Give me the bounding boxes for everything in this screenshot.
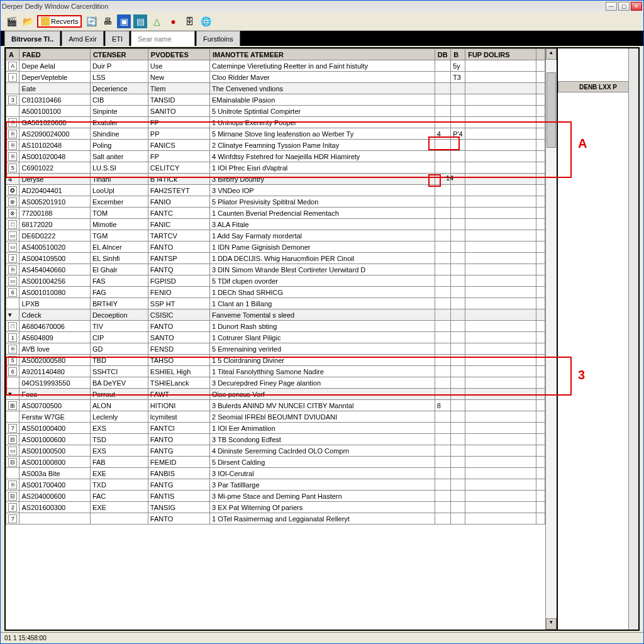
table-row[interactable]: ⎘AS454040660El GhalrFANTQ3 DIN Simom Wra… — [6, 264, 545, 275]
table-row[interactable]: 2AS004109500EL SinhfiFANTSP1 DDA DECIJIS… — [6, 253, 545, 264]
table-row[interactable]: 04OS19993550BA DeYEVTSHIELanck3 Decurepd… — [6, 377, 545, 389]
table-row[interactable]: ▭AS001000500EXSFANTG4 Dininste Sererming… — [6, 445, 545, 457]
row-icon: □ — [8, 322, 17, 331]
row-icon: ▭ — [8, 231, 17, 240]
toolbar: 🎬 📂 Recverts 🔄 🖶 ▣ ▤ △ ● 🗄 🌐 — [1, 12, 643, 31]
col-icon[interactable]: A — [6, 49, 19, 60]
table-row[interactable]: 3C810310466CIBTANSIDEMainalable IPasion — [6, 94, 545, 106]
row-icon: 2 — [8, 254, 17, 263]
film-icon[interactable]: 🎬 — [4, 14, 18, 28]
recents-button[interactable]: Recverts — [37, 15, 82, 28]
tab-amd-exir[interactable]: Amd Exir — [62, 31, 104, 46]
row-icon: 1 — [8, 333, 17, 342]
doc-icon: A — [8, 62, 17, 70]
search-tab[interactable] — [131, 31, 195, 46]
table-row[interactable]: iDeperVeptebleLSSNewCloo Ridder MaverT3 — [6, 72, 545, 83]
refresh-icon[interactable]: 🔄 — [84, 14, 98, 28]
page-icon[interactable]: ▤ — [133, 14, 147, 28]
table-row[interactable]: 5AS002000580TBDTAHSO1 5 Cloirdraning Div… — [6, 355, 545, 366]
col-imanotte[interactable]: IMANOTTE ATEMEER — [209, 49, 435, 60]
col-scrollgap — [536, 49, 545, 60]
tabs-row: Bitrvorse TI.. Amd Exir ETI Furstloins — [1, 31, 643, 46]
table-row[interactable]: ⊟AS001000800FABFEMEID5 Dirsent Calding — [6, 457, 545, 468]
table-row[interactable]: LPXBBRTHIYSSP HT1 Clant an 1 Billang — [6, 298, 545, 309]
scroll-track[interactable] — [546, 60, 557, 618]
maximize-icon[interactable]: ▢ — [618, 2, 630, 11]
table-row[interactable]: 7FANTO1 OTel Rasimermag and Leggianatal … — [6, 513, 545, 525]
row-icon: 6 — [8, 288, 17, 297]
row-icon: 7 — [8, 424, 17, 433]
table-row[interactable]: ⎘GA501020600ExatulerFP1 Uninops Exerenty… — [6, 117, 545, 128]
warning-icon[interactable]: △ — [150, 14, 164, 28]
right-pane: DENB LXX P — [557, 48, 638, 630]
table-row[interactable]: 1A5604809CIPSANTO1 Cotrurer Slant Piligi… — [6, 332, 545, 343]
database-icon[interactable]: 🗄 — [182, 14, 196, 28]
table-row[interactable]: ⊗AS005201910ExcemberFANIO5 Pliator Presi… — [6, 196, 545, 208]
record-icon[interactable]: ● — [166, 14, 180, 28]
scroll-down-icon[interactable]: ▾ — [546, 618, 557, 630]
row-icon: ▭ — [8, 243, 17, 252]
recents-label: Recverts — [51, 18, 78, 25]
row-icon: ⊗ — [8, 209, 17, 218]
table-row[interactable]: ⊟AS001000600TSDFANTO3 TB Scondong Edfest — [6, 434, 545, 445]
table-row[interactable]: ⎘AVB loveGDFENSD5 Emrenaining verirled — [6, 343, 545, 355]
window-title: Derper Dedly Window Carcerdition — [2, 3, 108, 10]
section-header: 4DeryseTinahlB I4TICk3 Birbrry Dountry — [6, 174, 545, 185]
table-row[interactable]: ⎘AS2090024000ShindinePP5 Mirnane Stove l… — [6, 128, 545, 140]
header-row: A FAED CTENSER PVODETES IMANOTTE ATEMEER… — [6, 49, 545, 60]
table-row[interactable]: A500100100SinpinteSANITO5 Unitrote Sptin… — [6, 106, 545, 117]
minimize-icon[interactable]: — — [606, 2, 617, 11]
table-row[interactable]: ▭DE6D0222TGMTARTCV1 Add Say Farmaty mord… — [6, 230, 545, 242]
table-row[interactable]: ⎘AS001020048Salt aniterFP4 Winfdtsy Fste… — [6, 151, 545, 162]
table-row[interactable]: 6A9201140480SSHTCIESHIEL High1 Titeal Fa… — [6, 366, 545, 377]
table-row[interactable]: Ferstw W7GELeclenlylcymitest2 Seomial IF… — [6, 411, 545, 423]
row-icon: ⎘ — [8, 480, 17, 489]
row-icon: □ — [8, 220, 17, 229]
table-row[interactable]: ⊞AS00700500ALONHITIONI3 Bulerds ANIND MV… — [6, 400, 545, 411]
col-db[interactable]: DB — [435, 49, 450, 60]
right-scrollbar[interactable] — [628, 48, 638, 630]
row-icon: ⊟ — [8, 492, 17, 501]
col-pvodetes[interactable]: PVODETES — [148, 49, 209, 60]
table-row[interactable]: ✪AD20404401LooUplFAH2STEYT3 VNDeo IOP — [6, 185, 545, 196]
scroll-up-icon[interactable]: ▴ — [546, 48, 557, 60]
table-row[interactable]: □68172020MimotleFANIC3 ALA Fitale — [6, 219, 545, 230]
tab-eti[interactable]: ETI — [105, 31, 130, 46]
close-icon[interactable]: ✕ — [631, 2, 642, 11]
row-icon: ▭ — [8, 447, 17, 455]
row-icon: ⎘ — [8, 345, 17, 353]
row-icon: 5 — [8, 164, 17, 172]
print-icon[interactable]: 🖶 — [101, 14, 114, 28]
vertical-scrollbar[interactable]: ▴ ▾ — [545, 48, 557, 630]
row-icon: ▭ — [8, 277, 17, 286]
table-row[interactable]: ⎘AS10102048PolingFANICS2 Clinatye Feamni… — [6, 140, 545, 151]
globe-icon[interactable]: 🌐 — [199, 14, 213, 28]
row-icon: 3 — [8, 96, 17, 104]
scroll-thumb[interactable] — [547, 72, 556, 148]
table-row[interactable]: ADepe AelalDuir PUseCateminpe Vieretiuti… — [6, 60, 545, 72]
row-icon: ⊟ — [8, 435, 17, 444]
col-b[interactable]: B — [451, 49, 465, 60]
row-icon: ⊞ — [8, 401, 17, 410]
tab-furstloins[interactable]: Furstloins — [196, 31, 240, 46]
table-row[interactable]: ⎘AS001700400TXDFANTG3 Par Tatilllarge — [6, 479, 545, 491]
table-row[interactable]: ⊗77200188TOMFANTC1 Caunten Bverial Prede… — [6, 208, 545, 219]
table-row[interactable]: 5C6901022LU.S.SICELITCY1 IOI Pfrec Eisri… — [6, 162, 545, 174]
table-row[interactable]: ⊟AS204000600FACFANTIS3 Mi-pme Stace and … — [6, 491, 545, 502]
col-ctenser[interactable]: CTENSER — [90, 49, 148, 60]
table-row[interactable]: AS003a BiteEXEFANBIS3 IOI-Cerutral — [6, 468, 545, 479]
content-area: A FAED CTENSER PVODETES IMANOTTE ATEMEER… — [4, 47, 640, 631]
table-row[interactable]: 2AS201600300EXETANSIG3 EX Pat Witerning … — [6, 502, 545, 513]
table-row[interactable]: ▭AS400510020EL AlncerFANTO1 IDN Pame Gig… — [6, 242, 545, 253]
folder-open-icon[interactable]: 📂 — [21, 14, 35, 28]
blue-square-icon[interactable]: ▣ — [117, 14, 131, 28]
tab-bitrvorse[interactable]: Bitrvorse TI.. — [4, 31, 60, 46]
grid-area[interactable]: A FAED CTENSER PVODETES IMANOTTE ATEMEER… — [6, 48, 545, 630]
col-fup[interactable]: FUP DOLIRS — [465, 49, 536, 60]
table-row[interactable]: □A6804670006TIVFANTO1 Dunort Rash sbting — [6, 321, 545, 332]
col-faed[interactable]: FAED — [19, 49, 90, 60]
search-input[interactable] — [138, 35, 188, 43]
table-row[interactable]: ▭AS001004256FASFGPISD5 TDif clupen ovord… — [6, 275, 545, 287]
table-row[interactable]: 7AS501000400EXSFANTCl1 IOI Eer Amimatiio… — [6, 423, 545, 434]
table-row[interactable]: 6AS001010080FAGFENIO1 DECh Shad SRHICG — [6, 287, 545, 298]
